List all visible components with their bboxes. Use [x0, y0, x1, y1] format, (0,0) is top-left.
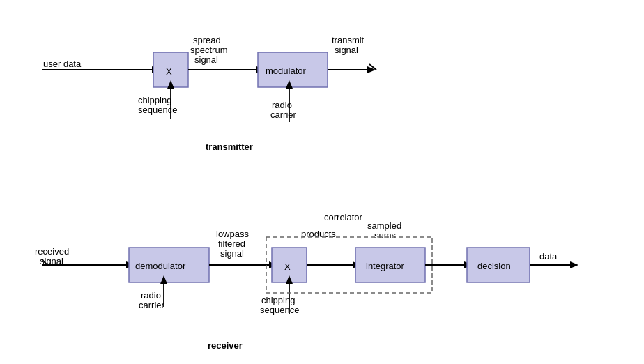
sums-label: sums — [374, 230, 397, 241]
sequence-label-tx: sequence — [138, 105, 177, 115]
filtered-label: filtered — [218, 238, 245, 249]
received-label: received — [35, 246, 69, 257]
diagram-container: user data X spread spectrum signal modul… — [0, 0, 644, 364]
transmit-label: transmit — [332, 35, 365, 45]
modulator-label: modulator — [266, 66, 306, 76]
carrier-label-tx: carrier — [270, 109, 297, 120]
spectrum-label: spectrum — [190, 45, 227, 55]
radio-carrier-label-tx: radio — [272, 100, 292, 110]
data-label: data — [539, 251, 558, 261]
spread-spectrum-label: spread — [193, 35, 221, 45]
demodulator-label: demodulator — [135, 261, 186, 271]
sequence-label-rx: sequence — [260, 305, 299, 315]
radio-carrier-label-rx: radio — [141, 290, 161, 301]
multiplier-symbol: X — [166, 66, 172, 77]
receiver-title: receiver — [208, 340, 243, 351]
carrier-label-rx: carrier — [139, 300, 165, 310]
sampled-label: sampled — [367, 220, 401, 231]
signal-label-rx: signal — [40, 256, 63, 266]
chipping-seq-label-rx: chipping — [261, 295, 295, 305]
signal-label3: signal — [220, 248, 244, 259]
multiplier2-symbol: X — [284, 261, 291, 272]
transmitter-title: transmitter — [206, 142, 253, 152]
svg-marker-18 — [570, 261, 578, 268]
lowpass-label: lowpass — [216, 229, 249, 239]
integrator-label: integrator — [366, 261, 405, 271]
user-data-label: user data — [43, 59, 82, 69]
decision-label: decision — [477, 261, 511, 271]
chipping-seq-label-tx: chipping — [138, 95, 171, 105]
svg-marker-5 — [367, 66, 376, 73]
signal-label1: signal — [194, 54, 218, 65]
correlator-label: correlator — [324, 212, 363, 222]
signal-label2: signal — [335, 45, 358, 55]
